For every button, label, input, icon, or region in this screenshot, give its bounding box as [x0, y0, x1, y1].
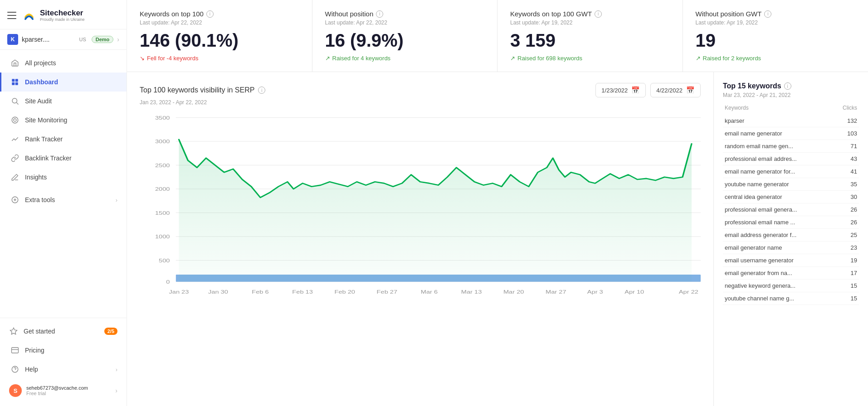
sidebar-item-pricing[interactable]: Pricing [0, 341, 127, 360]
sidebar-item-help[interactable]: Help › [0, 360, 127, 379]
stat-card-keywords-top100: Keywords on top 100 i Last update: Apr 2… [127, 0, 312, 72]
sidebar-item-rank-tracker[interactable]: Rank Tracker [0, 130, 127, 149]
chart-info-icon[interactable]: i [258, 87, 265, 94]
keyword-name: central idea generator [725, 193, 829, 200]
keyword-row: email address generator f... 25 [723, 229, 859, 242]
keyword-row: kparser 132 [723, 115, 859, 127]
stat-change-text-3: Raised for 2 keywords [703, 55, 761, 62]
keyword-clicks: 17 [839, 270, 857, 276]
chart-section: Top 100 keywords visibility in SERP i 1/… [127, 72, 714, 406]
chart-svg: 3500 3000 2500 2000 1500 1000 500 0 Jan … [140, 113, 701, 303]
keyword-clicks: 43 [839, 155, 857, 162]
down-arrow-icon-0 [140, 55, 145, 62]
info-icon-1[interactable]: i [376, 10, 383, 18]
keyword-row: random email name gen... 71 [723, 140, 859, 153]
get-started-badge: 2/5 [104, 328, 117, 335]
keyword-clicks: 26 [839, 219, 857, 226]
stat-date-1: Last update: Apr 22, 2022 [325, 19, 485, 26]
up-arrow-icon-2 [510, 55, 515, 62]
keyword-name: email username generator [725, 257, 829, 264]
chart-wrapper: 3500 3000 2500 2000 1500 1000 500 0 Jan … [140, 113, 701, 303]
keyword-row: email username generator 19 [723, 254, 859, 267]
sidebar-item-backlink-tracker[interactable]: Backlink Tracker [0, 149, 127, 168]
svg-line-5 [16, 102, 18, 104]
info-icon-3[interactable]: i [764, 10, 771, 18]
keywords-panel: Top 15 keywords i Mar 23, 2022 - Apr 21,… [714, 72, 868, 406]
keyword-clicks: 103 [839, 130, 857, 137]
keyword-name: email generator from na... [725, 270, 829, 276]
keyword-name: email name generator [725, 130, 829, 137]
demo-badge: Demo [92, 36, 114, 43]
svg-text:Mar 20: Mar 20 [503, 289, 524, 295]
sidebar-item-label-all-projects: All projects [25, 59, 56, 67]
dashboard-icon [10, 77, 20, 87]
svg-text:Jan 30: Jan 30 [208, 289, 228, 295]
svg-text:Feb 6: Feb 6 [252, 289, 268, 295]
svg-text:Feb 13: Feb 13 [292, 289, 313, 295]
stat-date-3: Last update: Apr 19, 2022 [696, 19, 856, 26]
stat-title-row-0: Keywords on top 100 i [140, 10, 299, 18]
keyword-name: youtube name generator [725, 181, 829, 188]
sidebar-item-label-pricing: Pricing [25, 347, 44, 354]
keyword-clicks: 25 [839, 232, 857, 238]
extra-tools-chevron-icon: › [116, 197, 117, 203]
user-info: seheb67273@svcache.com Free trial [26, 385, 111, 396]
stat-title-row-2: Keywords on top 100 GWT i [510, 10, 670, 18]
keyword-clicks: 41 [839, 168, 857, 175]
stat-change-text-1: Raised for 4 keywords [332, 55, 391, 62]
stat-date-2: Last update: Apr 19, 2022 [510, 19, 670, 26]
sidebar-item-get-started[interactable]: Get started 2/5 [0, 322, 127, 341]
stat-date-0: Last update: Apr 22, 2022 [140, 19, 299, 26]
info-icon-2[interactable]: i [595, 10, 602, 18]
keyword-row: professional email addres... 43 [723, 153, 859, 165]
project-flag: US [79, 37, 86, 42]
sidebar-item-label-rank-tracker: Rank Tracker [25, 135, 63, 143]
svg-point-6 [12, 117, 18, 123]
sidebar-item-dashboard[interactable]: Dashboard [0, 72, 127, 92]
nav-section: All projects Dashboard Site [0, 50, 127, 318]
user-plan: Free trial [26, 391, 111, 396]
user-row[interactable]: S seheb67273@svcache.com Free trial › [0, 379, 127, 402]
sidebar-item-label-extra-tools: Extra tools [25, 196, 55, 203]
info-icon-0[interactable]: i [206, 10, 214, 18]
sidebar-header: Sitechecker Proudly made in Ukraine [0, 0, 127, 29]
stat-title-2: Keywords on top 100 GWT [510, 10, 592, 18]
keywords-title-row: Top 15 keywords i [723, 82, 859, 90]
hamburger-icon[interactable] [7, 12, 16, 19]
backlink-icon [10, 154, 20, 163]
calendar-from-icon: 📅 [631, 86, 640, 94]
keyword-row: professional email genera... 26 [723, 203, 859, 216]
sidebar: Sitechecker Proudly made in Ukraine K kp… [0, 0, 127, 406]
sidebar-item-label-backlink-tracker: Backlink Tracker [25, 155, 72, 162]
sidebar-item-label-dashboard: Dashboard [25, 78, 58, 86]
chart-title: Top 100 keywords visibility in SERP [140, 86, 254, 94]
sidebar-bottom: Get started 2/5 Pricing Help [0, 318, 127, 406]
date-from-value: 1/23/2022 [601, 87, 628, 94]
sidebar-item-all-projects[interactable]: All projects [0, 53, 127, 72]
svg-text:1000: 1000 [155, 234, 170, 240]
keyword-clicks: 71 [839, 143, 857, 150]
sidebar-item-site-audit[interactable]: Site Audit [0, 92, 127, 111]
svg-text:Mar 27: Mar 27 [546, 289, 566, 295]
project-row[interactable]: K kparser.... US Demo › [0, 29, 127, 50]
stat-change-0: Fell for -4 keywords [140, 55, 299, 62]
stat-card-without-position: Without position i Last update: Apr 22, … [312, 0, 498, 72]
date-picker-from[interactable]: 1/23/2022 📅 [595, 83, 646, 97]
keyword-row: youtube channel name g... 15 [723, 292, 859, 305]
keywords-info-icon[interactable]: i [784, 82, 791, 90]
user-chevron-icon: › [115, 387, 117, 394]
keywords-col-clicks: Clicks [843, 105, 857, 111]
date-picker-to[interactable]: 4/22/2022 📅 [650, 83, 701, 97]
stat-change-2: Raised for 698 keywords [510, 55, 670, 62]
sidebar-item-site-monitoring[interactable]: Site Monitoring [0, 111, 127, 130]
site-monitoring-icon [10, 116, 20, 125]
stat-title-row-1: Without position i [325, 10, 485, 18]
sidebar-item-label-get-started: Get started [24, 328, 55, 335]
keywords-date: Mar 23, 2022 - Apr 21, 2022 [723, 92, 859, 98]
stat-value-0: 146 (90.1%) [140, 31, 299, 49]
sidebar-item-extra-tools[interactable]: Extra tools › [0, 190, 127, 209]
sidebar-item-insights[interactable]: Insights [0, 168, 127, 187]
stat-card-without-position-gwt: Without position GWT i Last update: Apr … [683, 0, 868, 72]
keywords-col-keywords: Keywords [725, 105, 749, 111]
svg-point-4 [12, 98, 17, 103]
